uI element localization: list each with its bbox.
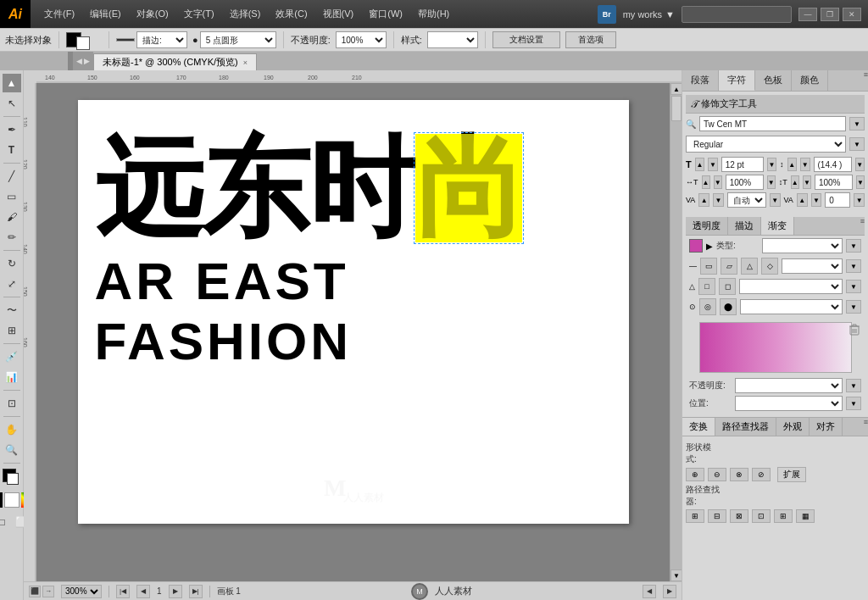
menu-text[interactable]: 文字(T) bbox=[177, 4, 221, 24]
type-tool[interactable]: T bbox=[3, 141, 21, 159]
paragraph-tab[interactable]: 段落 bbox=[682, 70, 719, 91]
tab-nav-left[interactable]: ◀ bbox=[76, 57, 82, 65]
character-tab[interactable]: 字符 bbox=[719, 70, 755, 91]
type-menu[interactable]: ▼ bbox=[846, 239, 861, 253]
rect-tool[interactable]: ▭ bbox=[3, 187, 21, 206]
expand-button[interactable]: 扩展 bbox=[777, 467, 806, 482]
stroke-style-select[interactable]: 描边: bbox=[136, 31, 187, 48]
tab-close-icon[interactable]: × bbox=[243, 58, 248, 67]
stroke-shape-select[interactable]: 5 点圆形 bbox=[200, 31, 276, 48]
tracking-up[interactable]: ▲ bbox=[698, 193, 709, 207]
status-left-button[interactable]: ◀ bbox=[643, 585, 656, 598]
gradient-type-select[interactable] bbox=[762, 238, 843, 253]
zoom-tool[interactable]: 🔍 bbox=[3, 441, 21, 459]
page-next-button[interactable]: ▶ bbox=[169, 585, 182, 598]
leading-input[interactable] bbox=[814, 157, 852, 172]
stroke-opt-menu[interactable]: ▼ bbox=[846, 259, 861, 273]
grad-color-swatch[interactable] bbox=[689, 239, 703, 253]
pf-btn-4[interactable]: ⊡ bbox=[752, 509, 771, 523]
leading-up-icon[interactable]: ▲ bbox=[787, 158, 797, 171]
hscale-up[interactable]: ▲ bbox=[702, 175, 710, 189]
gradient-opacity-select[interactable] bbox=[735, 378, 843, 393]
pf-btn-1[interactable]: ⊞ bbox=[686, 509, 704, 523]
kerning-menu[interactable]: ▼ bbox=[854, 193, 865, 207]
tracking-select[interactable]: 自动 bbox=[727, 192, 766, 208]
pf-btn-5[interactable]: ⊞ bbox=[774, 509, 793, 523]
size-menu[interactable]: ▼ bbox=[767, 158, 776, 171]
font-search-input[interactable] bbox=[699, 116, 846, 131]
br-logo[interactable]: Br bbox=[598, 5, 616, 24]
menu-view[interactable]: 视图(V) bbox=[316, 4, 361, 24]
kerning-up[interactable]: ▲ bbox=[797, 193, 808, 207]
align-tab[interactable]: 对齐 bbox=[810, 418, 843, 436]
menu-effect[interactable]: 效果(C) bbox=[269, 4, 314, 24]
status-icon-2[interactable]: → bbox=[42, 586, 54, 597]
eyedropper-tool[interactable]: 💉 bbox=[3, 347, 21, 366]
stroke-opt2-1[interactable]: □ bbox=[698, 278, 715, 295]
black-color[interactable] bbox=[0, 492, 3, 508]
canvas-scroll[interactable]: 远东时尚 AR EAST FASHION M 人人素材 bbox=[36, 83, 670, 581]
stroke-option-select[interactable] bbox=[782, 258, 843, 274]
white-color[interactable] bbox=[4, 492, 19, 508]
paintbrush-tool[interactable]: 🖌 bbox=[3, 208, 21, 226]
menu-file[interactable]: 文件(F) bbox=[37, 4, 81, 24]
minimize-button[interactable]: — bbox=[798, 8, 817, 21]
menu-select[interactable]: 选择(S) bbox=[223, 4, 268, 24]
swatches-tab[interactable]: 色板 bbox=[755, 70, 792, 91]
trash-icon[interactable] bbox=[849, 324, 860, 337]
scroll-up-button[interactable]: ▲ bbox=[670, 83, 682, 95]
opacity-menu[interactable]: ▼ bbox=[846, 379, 861, 392]
gradient-tab[interactable]: 渐变 bbox=[761, 217, 794, 235]
warp-tool[interactable]: 〜 bbox=[3, 301, 21, 319]
pf-btn-2[interactable]: ⊟ bbox=[708, 509, 726, 523]
preferences-button[interactable]: 首选项 bbox=[565, 31, 616, 48]
stroke-opt3-menu[interactable]: ▼ bbox=[846, 300, 861, 314]
stroke-opt-1[interactable]: ▭ bbox=[700, 258, 717, 275]
search-input[interactable] bbox=[682, 6, 792, 23]
font-menu-button[interactable]: ▼ bbox=[849, 117, 865, 131]
position-menu[interactable]: ▼ bbox=[846, 397, 861, 410]
transform-tab[interactable]: 变换 bbox=[682, 418, 715, 436]
scroll-down-button[interactable]: ▼ bbox=[670, 569, 682, 581]
select-tool[interactable]: ▲ bbox=[3, 74, 21, 92]
gradient-preview-bar[interactable] bbox=[699, 322, 852, 373]
stroke-color[interactable] bbox=[7, 473, 19, 485]
hscale-down[interactable]: ▼ bbox=[714, 175, 722, 189]
doc-settings-button[interactable]: 文档设置 bbox=[492, 31, 560, 48]
status-right-button[interactable]: ▶ bbox=[663, 585, 676, 598]
vscale-menu[interactable]: ▼ bbox=[856, 175, 865, 189]
normal-view[interactable]: □ bbox=[0, 513, 11, 531]
pencil-tool[interactable]: ✏ bbox=[3, 228, 21, 247]
scroll-thumb[interactable] bbox=[671, 96, 682, 121]
stroke-opt3-2[interactable]: ⬤ bbox=[720, 298, 737, 315]
size-down-icon[interactable]: ▼ bbox=[708, 158, 717, 171]
vscale-down[interactable]: ▼ bbox=[803, 175, 811, 189]
workspace-selector[interactable]: my works ▼ bbox=[623, 9, 675, 19]
rotate-tool[interactable]: ↻ bbox=[3, 254, 21, 273]
pathfinder-tab[interactable]: 路径查找器 bbox=[715, 418, 776, 436]
panel-options-icon[interactable]: ≡ bbox=[864, 70, 868, 91]
stroke-tab[interactable]: 描边 bbox=[728, 217, 761, 235]
appearance-tab[interactable]: 外观 bbox=[776, 418, 810, 436]
graph-tool[interactable]: 📊 bbox=[3, 368, 21, 386]
close-button[interactable]: ✕ bbox=[843, 8, 861, 21]
status-icon-1[interactable]: ⬛ bbox=[29, 586, 41, 597]
hscale-menu[interactable]: ▼ bbox=[767, 175, 776, 189]
hand-tool[interactable]: ✋ bbox=[3, 420, 21, 439]
stroke-opt-2[interactable]: ▱ bbox=[721, 258, 737, 275]
zoom-select[interactable]: 300% bbox=[61, 585, 102, 598]
transparency-tab[interactable]: 透明度 bbox=[686, 217, 728, 235]
v-scale-input[interactable] bbox=[815, 175, 853, 190]
menu-object[interactable]: 对象(O) bbox=[130, 4, 175, 24]
font-style-menu[interactable]: ▼ bbox=[849, 137, 865, 151]
artboard-tool[interactable]: ⊡ bbox=[3, 394, 21, 413]
stroke-option2-select[interactable] bbox=[739, 279, 843, 294]
free-transform-tool[interactable]: ⊞ bbox=[3, 321, 21, 340]
stroke-opt2-2[interactable]: ◻ bbox=[719, 278, 736, 295]
gradient-options-icon[interactable]: ≡ bbox=[860, 217, 865, 235]
color-tab[interactable]: 颜色 bbox=[792, 70, 828, 91]
tracking-down[interactable]: ▼ bbox=[713, 193, 724, 207]
bottom-panel-options[interactable]: ≡ bbox=[864, 418, 868, 436]
shape-exclude[interactable]: ⊘ bbox=[752, 468, 771, 481]
page-prev-button[interactable]: ◀ bbox=[136, 585, 150, 598]
